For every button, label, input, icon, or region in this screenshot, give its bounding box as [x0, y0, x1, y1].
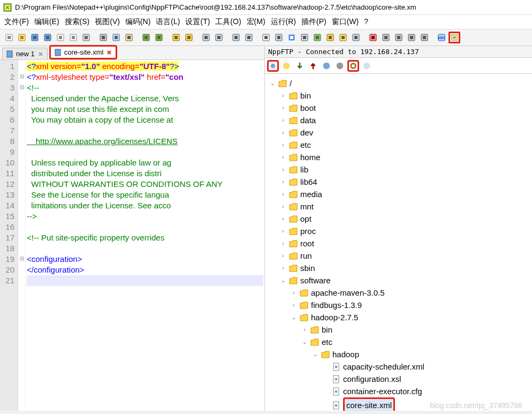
tree-folder-bin[interactable]: ›bin	[299, 323, 530, 336]
func-list-icon[interactable]	[324, 32, 336, 43]
menu-12[interactable]: ?	[364, 17, 368, 27]
code-editor[interactable]: 123456789101112131415161718192021 ⊟⊟⊟ <?…	[0, 60, 264, 411]
undo-icon[interactable]	[140, 32, 152, 43]
fold-column[interactable]: ⊟⊟⊟	[18, 60, 26, 411]
redo-icon[interactable]	[153, 32, 165, 43]
expand-arrow-icon[interactable]: ›	[280, 126, 286, 139]
replace-icon[interactable]	[183, 32, 195, 43]
monitor-icon[interactable]	[350, 32, 362, 43]
tree-file-configuration-xsl[interactable]: configuration.xsl	[321, 373, 530, 385]
ftp-disconnect-icon[interactable]	[280, 60, 292, 72]
expand-arrow-icon[interactable]: ›	[280, 225, 286, 237]
expand-arrow-icon[interactable]: ›	[280, 163, 286, 176]
print-icon[interactable]	[80, 32, 92, 43]
expand-arrow-icon[interactable]: ⌄	[269, 77, 276, 89]
tree-folder-dev[interactable]: ›dev	[278, 126, 530, 139]
ftp-abort-icon[interactable]	[334, 60, 346, 72]
expand-arrow-icon[interactable]: ⌄	[301, 336, 308, 348]
menu-0[interactable]: 文件(F)	[4, 17, 29, 27]
tree-folder-bin[interactable]: ›bin	[278, 89, 530, 102]
expand-arrow-icon[interactable]: ›	[280, 176, 286, 188]
save-all-icon[interactable]	[42, 32, 54, 43]
zoom-out-icon[interactable]	[213, 32, 225, 43]
tree-folder-lib[interactable]: ›lib	[278, 163, 530, 176]
ftp-messages-icon[interactable]	[361, 60, 373, 72]
find-icon[interactable]	[170, 32, 182, 43]
folder-workspace-icon[interactable]	[337, 32, 349, 43]
expand-arrow-icon[interactable]: ›	[280, 114, 286, 126]
close-all-icon[interactable]	[67, 32, 79, 43]
menu-10[interactable]: 插件(P)	[301, 17, 326, 27]
tree-folder-mnt[interactable]: ›mnt	[278, 200, 530, 213]
menu-5[interactable]: 语言(L)	[156, 17, 180, 27]
expand-arrow-icon[interactable]: ›	[301, 323, 308, 336]
paste-icon[interactable]	[123, 32, 135, 43]
expand-arrow-icon[interactable]: ⌄	[312, 348, 318, 360]
ftp-settings-icon[interactable]	[347, 60, 359, 72]
all-chars-icon[interactable]	[273, 32, 285, 43]
sync-h-icon[interactable]	[243, 32, 255, 43]
sync-v-icon[interactable]	[230, 32, 242, 43]
stop-icon[interactable]	[380, 32, 392, 43]
menu-7[interactable]: 工具(O)	[215, 17, 241, 27]
expand-arrow-icon[interactable]: ›	[280, 237, 286, 250]
expand-arrow-icon[interactable]: ›	[280, 188, 286, 200]
close-tab-icon[interactable]	[37, 51, 44, 57]
open-file-icon[interactable]	[16, 32, 28, 43]
tree-folder-proc[interactable]: ›proc	[278, 225, 530, 237]
play-multi-icon[interactable]	[406, 32, 417, 43]
ftp-refresh-icon[interactable]	[321, 60, 332, 72]
record-icon[interactable]	[367, 32, 379, 43]
tree-folder-run[interactable]: ›run	[278, 250, 530, 262]
expand-arrow-icon[interactable]: ⌄	[280, 274, 286, 287]
expand-arrow-icon[interactable]: ›	[280, 250, 286, 262]
ftp-upload-icon[interactable]	[307, 60, 319, 72]
ftp-connect-icon[interactable]	[267, 60, 279, 72]
tree-folder-data[interactable]: ›data	[278, 114, 530, 126]
tree-folder-opt[interactable]: ›opt	[278, 213, 530, 225]
tree-folder-hadoop[interactable]: ⌄hadoop	[310, 348, 530, 360]
tree-folder-root[interactable]: ›root	[278, 237, 530, 250]
indent-guide-icon[interactable]	[286, 32, 298, 43]
expand-arrow-icon[interactable]: ›	[291, 299, 297, 311]
tree-folder-apache-maven-3-0-5[interactable]: ›apache-maven-3.0.5	[288, 287, 530, 299]
menu-4[interactable]: 编码(N)	[125, 17, 150, 27]
expand-arrow-icon[interactable]: ›	[280, 262, 286, 274]
tree-folder-etc[interactable]: ›etc	[278, 139, 530, 151]
menu-6[interactable]: 设置(T)	[185, 17, 210, 27]
menu-3[interactable]: 视图(V)	[95, 17, 120, 27]
play-icon[interactable]	[393, 32, 405, 43]
save-macro-icon[interactable]	[419, 32, 430, 43]
expand-arrow-icon[interactable]: ⌄	[291, 311, 297, 323]
zoom-in-icon[interactable]	[200, 32, 212, 43]
tree-file-capacity-scheduler-xml[interactable]: capacity-scheduler.xml	[321, 360, 530, 373]
menu-9[interactable]: 运行(R)	[271, 17, 296, 27]
tree-folder-findbugs-1-3-9[interactable]: ›findbugs-1.3.9	[288, 299, 530, 311]
tree-folder-software[interactable]: ⌄software	[278, 274, 530, 287]
tree-folder-media[interactable]: ›media	[278, 188, 530, 200]
doc-map-icon[interactable]	[311, 32, 323, 43]
tree-folder--[interactable]: ⌄/	[267, 77, 530, 89]
new-file-icon[interactable]	[3, 32, 15, 43]
spell-check-icon[interactable]: ABC	[436, 32, 447, 43]
tree-folder-boot[interactable]: ›boot	[278, 102, 530, 114]
menu-1[interactable]: 编辑(E)	[34, 17, 59, 27]
cut-icon[interactable]	[97, 32, 109, 43]
expand-arrow-icon[interactable]: ›	[280, 200, 286, 213]
show-nppftp-icon[interactable]	[449, 32, 460, 43]
tree-file-container-executor-cfg[interactable]: container-executor.cfg	[321, 385, 530, 397]
tree-folder-lib64[interactable]: ›lib64	[278, 176, 530, 188]
tab-new-1[interactable]: new 1	[2, 48, 48, 59]
expand-arrow-icon[interactable]: ›	[280, 213, 286, 225]
tree-folder-hadoop-2-7-5[interactable]: ⌄hadoop-2.7.5	[288, 311, 530, 323]
source-text[interactable]: <?xml version="1.0" encoding="UTF-8"?><?…	[26, 60, 264, 411]
expand-arrow-icon[interactable]: ›	[291, 287, 297, 299]
expand-arrow-icon[interactable]: ›	[280, 102, 286, 114]
close-icon[interactable]	[55, 32, 66, 43]
ftp-tree[interactable]: ⌄/›bin›boot›data›dev›etc›home›lib›lib64›…	[265, 74, 532, 411]
tree-folder-home[interactable]: ›home	[278, 151, 530, 163]
expand-arrow-icon[interactable]: ›	[280, 89, 286, 102]
copy-icon[interactable]	[110, 32, 122, 43]
wrap-icon[interactable]	[260, 32, 272, 43]
ftp-download-icon[interactable]	[294, 60, 306, 72]
